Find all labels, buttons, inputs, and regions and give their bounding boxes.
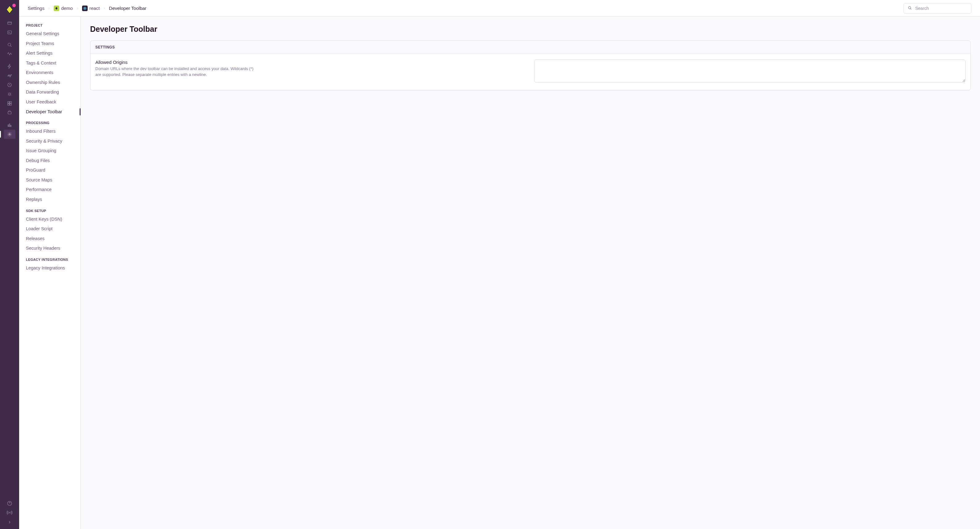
sidebar-item-releases[interactable]: Releases [19,234,81,244]
sidebar-item-debug-files[interactable]: Debug Files [19,156,81,166]
sidebar-item-ownership-rules[interactable]: Ownership Rules [19,78,81,88]
sidebar-item-user-feedback[interactable]: User Feedback [19,97,81,107]
nav-group-heading: PROJECT [19,24,81,29]
nav-releases[interactable] [4,108,16,117]
nav-dashboards[interactable] [4,99,16,108]
svg-rect-11 [9,124,10,126]
svg-rect-10 [8,125,9,126]
svg-rect-0 [8,22,11,25]
field-help-allowed-origins: Domain URLs where the dev toolbar can be… [95,66,256,78]
sidebar-item-environments[interactable]: Environments [19,68,81,78]
nav-traces[interactable] [4,62,16,71]
nav-performance[interactable] [4,49,16,59]
nav-projects[interactable] [4,19,16,28]
chevron-right-icon [76,6,79,11]
org-badge-icon [54,6,59,11]
sidebar-item-proguard[interactable]: ProGuard [19,166,81,175]
primary-nav-rail [0,0,19,529]
svg-rect-7 [8,104,9,105]
svg-rect-8 [10,104,11,105]
sidebar-item-loader-script[interactable]: Loader Script [19,224,81,234]
nav-profiling[interactable] [4,89,16,99]
svg-rect-12 [11,125,11,127]
nav-broadcast[interactable] [4,508,16,517]
sidebar-item-client-keys[interactable]: Client Keys (DSN) [19,215,81,225]
sidebar-item-general-settings[interactable]: General Settings [19,29,81,39]
global-search[interactable] [904,3,971,14]
notification-dot-icon [12,4,16,7]
breadcrumb-org[interactable]: demo [54,6,73,11]
svg-point-13 [9,134,11,135]
sidebar-item-replays[interactable]: Replays [19,195,81,205]
sidebar-item-source-maps[interactable]: Source Maps [19,175,81,185]
svg-point-2 [8,43,11,46]
sidebar-item-security-headers[interactable]: Security Headers [19,244,81,253]
nav-search[interactable] [4,40,16,49]
breadcrumb-org-label: demo [61,6,73,11]
svg-point-16 [84,8,85,9]
breadcrumb-settings[interactable]: Settings [28,6,45,11]
sidebar-item-performance[interactable]: Performance [19,185,81,195]
topbar: Settings demo react Developer Toolbar [19,0,980,17]
chevron-right-icon [48,6,51,11]
search-input[interactable] [915,6,970,11]
nav-group-heading: PROCESSING [19,121,81,126]
sidebar-item-tags-context[interactable]: Tags & Context [19,58,81,68]
nav-settings[interactable] [4,130,16,139]
svg-rect-6 [10,102,11,103]
sidebar-item-issue-grouping[interactable]: Issue Grouping [19,146,81,156]
nav-help[interactable] [4,499,16,508]
field-label-allowed-origins: Allowed Origins [95,60,527,65]
sidebar-item-project-teams[interactable]: Project Teams [19,39,81,49]
svg-rect-5 [8,102,9,103]
sidebar-item-developer-toolbar[interactable]: Developer Toolbar [19,107,81,117]
settings-sidebar: PROJECT General Settings Project Teams A… [19,17,81,529]
breadcrumb: Settings demo react Developer Toolbar [28,6,146,11]
breadcrumb-project[interactable]: react [82,6,100,11]
rail-expand-button[interactable] [4,517,16,527]
nav-alerts[interactable] [4,71,16,80]
nav-issues[interactable] [4,28,16,37]
panel-heading: SETTINGS [91,41,970,54]
nav-stats[interactable] [4,120,16,130]
sidebar-item-data-forwarding[interactable]: Data Forwarding [19,88,81,97]
svg-point-15 [9,512,10,513]
app-logo[interactable] [4,4,15,15]
sidebar-item-inbound-filters[interactable]: Inbound Filters [19,126,81,136]
nav-group-heading: LEGACY INTEGRATIONS [19,258,81,263]
sidebar-item-security-privacy[interactable]: Security & Privacy [19,136,81,146]
svg-point-20 [908,6,911,9]
nav-crons[interactable] [4,80,16,89]
main-content: Developer Toolbar SETTINGS Allowed Origi… [81,17,980,529]
search-icon [907,6,912,11]
svg-point-4 [9,93,11,95]
sidebar-item-legacy-integrations[interactable]: Legacy Integrations [19,263,81,273]
chevron-right-icon [103,6,106,11]
breadcrumb-current: Developer Toolbar [109,6,146,11]
allowed-origins-input[interactable] [534,60,966,83]
settings-panel: SETTINGS Allowed Origins Domain URLs whe… [90,40,971,91]
breadcrumb-project-label: react [89,6,100,11]
sidebar-item-alert-settings[interactable]: Alert Settings [19,48,81,58]
react-logo-icon [82,6,88,11]
svg-rect-9 [8,112,11,114]
nav-group-heading: SDK SETUP [19,209,81,215]
page-title: Developer Toolbar [90,25,971,33]
